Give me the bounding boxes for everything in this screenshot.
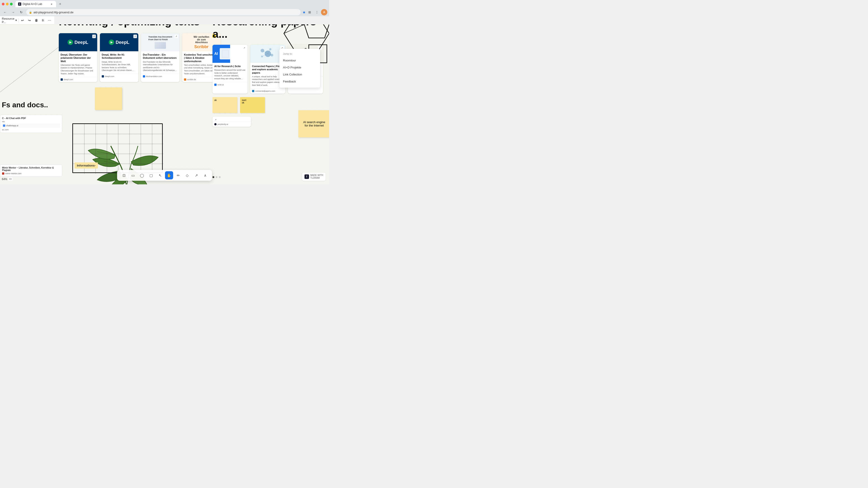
card-doctranslator-url: doctranslator.com — [141, 74, 180, 79]
url-bar[interactable]: 🔒 aid-playground.hfg-gmuend.de — [26, 9, 301, 15]
jump-feedback[interactable]: Feedback — [279, 78, 320, 85]
card-doctranslator-title: DocTranslator - Ein Dokument sofort über… — [143, 53, 178, 60]
chatbot-url: chatbotapp.ai — [6, 125, 18, 127]
mimir-card[interactable]: Mimir Mentor – Literatur, Schreiben, Kor… — [0, 164, 62, 177]
card-deepl2-header: ▶ DeepL ↗ — [100, 33, 138, 51]
fs-docs-title: Fs and docs.. — [0, 99, 63, 111]
sticky-note-ok1[interactable]: ok — [213, 97, 237, 113]
scite-external-icon[interactable]: ↗ — [243, 46, 246, 50]
chatbot-card[interactable]: C - AI Chat with PDF nts chatbotapp.ai a… — [0, 115, 62, 133]
tool-pen[interactable]: ✏ — [174, 171, 182, 180]
tldraw-label: MADE WITHTLDRAW — [310, 174, 323, 180]
reload-btn[interactable]: ↻ — [18, 9, 24, 15]
card-doctranslator[interactable]: Translate Any DocumentFrom Start to Fini… — [141, 33, 180, 82]
card-perplexity[interactable]: ↗ perplexity.ai — [213, 117, 251, 127]
user-avatar[interactable]: A — [321, 9, 327, 15]
svg-line-3 — [268, 49, 270, 54]
tool-arrow[interactable]: ↗ — [192, 171, 200, 180]
dot-1[interactable] — [213, 176, 214, 178]
perplexity-external-icon[interactable]: ↗ — [214, 118, 217, 122]
undo-btn[interactable]: ↩ — [20, 18, 25, 23]
chatbot-card-title: C - AI Chat with PDF — [2, 117, 60, 120]
card-deepl2[interactable]: ▶ DeepL ↗ DeepL Write: Ihr KI-Schreibass… — [100, 33, 138, 82]
card-deepl1-desc: Übersetzen Sie Texte und ganze Dateien i… — [61, 64, 95, 75]
svg-line-1 — [262, 51, 268, 54]
tab-close-btn[interactable]: ✕ — [50, 2, 53, 6]
window-close[interactable] — [2, 3, 4, 5]
window-maximize[interactable] — [10, 3, 13, 5]
tool-select-screen[interactable]: ⊡ — [120, 171, 128, 180]
deepl1-logo: ▶ DeepL — [68, 39, 88, 45]
scribbr-favicon — [184, 78, 186, 80]
deepl2-favicon — [102, 75, 104, 77]
tool-hand[interactable]: ✋ — [165, 171, 173, 180]
url-text: aid-playground.hfg-gmuend.de — [33, 11, 73, 14]
external-link-icon[interactable]: ↗ — [92, 35, 96, 38]
card-perplexity-url: perplexity.ai — [213, 122, 251, 127]
card-deepl2-url: deepl.com — [100, 74, 138, 79]
window-minimize[interactable] — [6, 3, 8, 5]
jump-aid-projekte[interactable]: AI+D Projekte — [279, 64, 320, 71]
informations-label: Informations- — [74, 162, 98, 168]
sticky-ok2-text: inertok — [242, 99, 246, 104]
connected-favicon — [252, 90, 254, 92]
chatbot-favicon — [3, 125, 5, 127]
diagonal-line — [0, 47, 59, 92]
deepl1-favicon — [61, 78, 63, 80]
delete-btn[interactable]: 🗑 — [33, 18, 39, 23]
resource-dropdown[interactable]: Resource P... ▾ — [2, 17, 17, 24]
menu-btn[interactable]: ⋮ — [314, 9, 320, 15]
page-toolbar: Resource P... ▾ ↩ ↪ 🗑 ⎘ ⋯ — [0, 16, 54, 24]
pagination-dots — [213, 176, 221, 178]
bottom-toolbar: ⊡ ▭ ◯ ▢ ↖ ✋ ✏ ◇ ↗ ∧ — [117, 170, 212, 181]
zoom-expand-btn[interactable]: >> — [8, 177, 13, 181]
zoom-indicator: 64% >> — [0, 177, 14, 181]
ai-search-sticky[interactable]: AI search engine for the Internet — [298, 110, 329, 137]
bookmark-star[interactable]: ★ — [303, 10, 306, 14]
jump-roomtour[interactable]: Roomtour — [279, 57, 320, 64]
card-deepl1[interactable]: ▶ DeepL ↗ DeepL Übersetzer: Der präzises… — [59, 33, 97, 82]
tool-eraser[interactable]: ◇ — [183, 171, 191, 180]
dot-2[interactable] — [216, 176, 217, 178]
deepl2-logo: ▶ DeepL — [109, 39, 129, 45]
card-doctranslator-desc: DocTranslator ist das führende internetb… — [143, 61, 178, 72]
tool-circle[interactable]: ◯ — [138, 171, 146, 180]
card-deepl1-title: DeepL Übersetzer: Der präziseste Überset… — [61, 53, 95, 63]
extensions-btn[interactable]: ⊞ — [307, 9, 313, 15]
tool-expand[interactable]: ∧ — [201, 171, 209, 180]
tool-pointer[interactable]: ↖ — [156, 171, 164, 180]
jump-dropdown: Jump to: Roomtour AI+D Projekte Link Col… — [279, 49, 320, 88]
chevron-down-icon: ▾ — [16, 19, 17, 22]
external-link-icon3[interactable]: ↗ — [175, 35, 178, 38]
sticky-note-1[interactable] — [95, 88, 122, 110]
toolbar-divider — [18, 18, 19, 23]
tool-rect[interactable]: ▢ — [147, 171, 155, 180]
card-scite[interactable]: AI ↗ AI for Research | Scite Researchers… — [213, 45, 248, 94]
redo-btn[interactable]: ↪ — [27, 18, 32, 23]
sticky-note-ok2[interactable]: inertok — [240, 97, 265, 113]
more-options-btn[interactable]: ⋯ — [46, 18, 53, 23]
section-researching-title: Researching papers a... — [213, 24, 329, 40]
perplexity-url-text: perplexity.ai — [217, 123, 228, 125]
zoom-level: 64% — [2, 177, 7, 181]
card-connected-title: Connected Papers | Find and explore acad… — [252, 65, 283, 74]
forward-btn[interactable]: → — [10, 9, 16, 15]
tool-video[interactable]: ▭ — [129, 171, 137, 180]
scite-favicon — [214, 84, 217, 86]
back-btn[interactable]: ← — [2, 9, 8, 15]
external-link-icon2[interactable]: ↗ — [133, 35, 137, 38]
tldraw-badge: T MADE WITHTLDRAW — [302, 173, 326, 181]
duplicate-btn[interactable]: ⎘ — [41, 18, 45, 23]
chatbot-secondary-url: ac.com — [2, 129, 60, 131]
tab-favicon: D — [18, 2, 21, 6]
card-scite-desc: Researchers around the world use Scite t… — [214, 69, 246, 80]
deepl1-logo-icon: ▶ — [68, 39, 73, 45]
svg-line-2 — [268, 54, 272, 55]
mimir-url: mimir-mentor.com — [5, 172, 22, 175]
dot-3[interactable] — [219, 176, 221, 178]
browser-tab[interactable]: D Digital AI+D Lab ✕ — [16, 1, 56, 7]
new-tab-btn[interactable]: + — [57, 1, 63, 7]
tab-bar: D Digital AI+D Lab ✕ + — [0, 0, 329, 8]
jump-link-collection[interactable]: Link Collection — [279, 71, 320, 78]
card-deepl1-url: deepl.com — [59, 77, 97, 82]
